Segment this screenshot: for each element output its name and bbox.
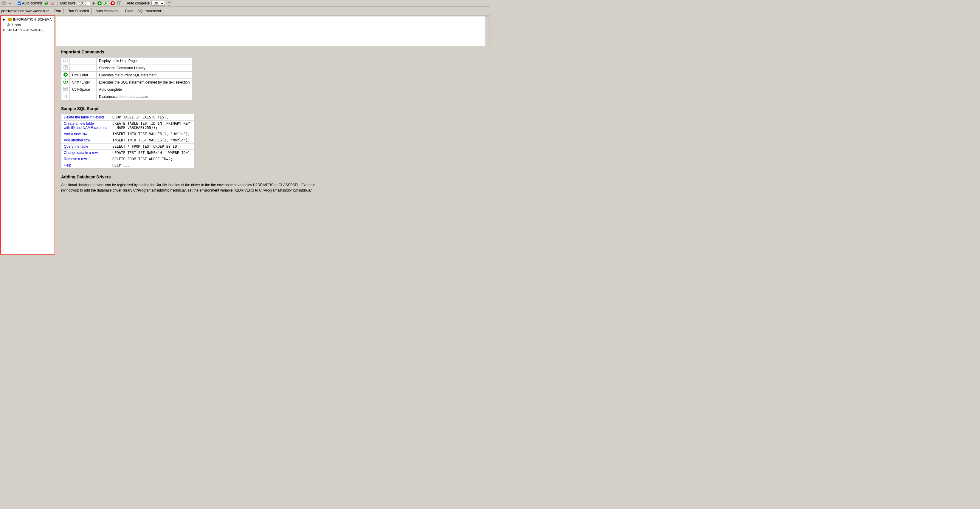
svg-point-6 <box>45 2 48 5</box>
cmd-shortcut-autocomplete: Ctrl+Space <box>70 86 97 93</box>
sample-link-insert1[interactable]: Add a new row <box>61 131 110 137</box>
commands-table: ? Displays this Help Page <box>61 57 192 100</box>
update-link[interactable]: Change data in a row <box>64 151 98 155</box>
drop-link[interactable]: Delete the table if it exists <box>64 115 105 119</box>
run-selected-button[interactable]: Run Selected <box>65 8 92 14</box>
sample-link-delete[interactable]: Remove a row <box>61 156 110 162</box>
import-icon[interactable] <box>117 1 122 6</box>
delete-link[interactable]: Remove a row <box>64 157 87 161</box>
cmd-desc-history: Shows the Command History <box>97 64 192 72</box>
right-panel: Important Commands ? Displays this Help … <box>55 16 490 254</box>
auto-commit-checkbox[interactable] <box>18 2 21 5</box>
sample-row-delete: Remove a row DELETE FROM TEST WHERE ID=2… <box>61 156 195 162</box>
max-rows-input[interactable] <box>78 1 90 5</box>
auto-complete-label: Auto complete <box>127 1 150 5</box>
new-connection-icon[interactable] <box>1 1 6 6</box>
h2-version-label: H2 1.4.185 (2015-01-16) <box>8 28 43 32</box>
svg-rect-29 <box>64 87 68 91</box>
insert1-link[interactable]: Add a new row <box>64 132 88 136</box>
help-icon[interactable]: ? <box>167 1 171 6</box>
cmd-row-autocomplete: Ctrl+Space Auto complete <box>61 86 192 93</box>
editor-scrollbar[interactable] <box>485 16 489 46</box>
important-commands-title: Important Commands <box>61 49 484 54</box>
cmd-icon-autocomplete <box>61 86 70 93</box>
svg-point-2 <box>2 2 3 2</box>
schema-expand-icon: ▶ <box>2 17 6 22</box>
left-panel: ▶ INFORMATION_SCHEMA Users 🗄 <box>0 16 55 254</box>
cmd-desc-run-selected: Executes the SQL statement defined by th… <box>97 79 192 86</box>
sql-editor[interactable] <box>56 16 489 46</box>
sql-sample-table: Delete the table if it exists DROP TABLE… <box>61 114 195 169</box>
sql-editor-area <box>56 16 489 46</box>
sample-code-delete: DELETE FROM TEST WHERE ID=2; <box>110 156 195 162</box>
cmd-icon-run <box>61 72 70 79</box>
auto-complete-button[interactable]: Auto complete <box>93 8 121 14</box>
schema-folder-icon <box>8 17 12 22</box>
commit-icon[interactable] <box>44 1 49 6</box>
tree-item-h2[interactable]: 🗄 H2 1.4.185 (2015-01-16) <box>1 27 54 33</box>
cmd-row-help: ? Displays this Help Page <box>61 57 192 64</box>
separator-1 <box>15 1 15 6</box>
auto-complete-select[interactable]: Off On <box>151 1 165 6</box>
cmd-desc-disconnect: Disconnects from the database <box>97 93 192 100</box>
run-icon[interactable] <box>97 1 102 6</box>
sample-row-create: Create a new table with ID and NAME colu… <box>61 121 195 131</box>
tree-item-users[interactable]: Users <box>1 22 54 27</box>
cmd-row-run: Ctrl+Enter Executes the current SQL stat… <box>61 72 192 79</box>
svg-marker-33 <box>64 95 64 97</box>
sample-code-create: CREATE TABLE TEST(ID INT PRIMARY KEY, NA… <box>110 121 195 131</box>
max-rows-spinner[interactable] <box>92 1 95 6</box>
insert2-link[interactable]: Add another row <box>64 138 90 142</box>
sample-row-select: Query the table SELECT * FROM TEST ORDER… <box>61 144 195 150</box>
rollback-icon[interactable] <box>50 1 55 6</box>
sample-row-insert1: Add a new row INSERT INTO TEST VALUES(1,… <box>61 131 195 137</box>
second-toolbar: jdbc:h2:file:/Users/alexm/IdeaPro Run Ru… <box>0 6 490 16</box>
connection-label: jdbc:h2:file:/Users/alexm/IdeaPro <box>1 9 49 13</box>
sample-row-drop: Delete the table if it exists DROP TABLE… <box>61 114 195 121</box>
svg-point-19 <box>8 23 9 25</box>
separator-3 <box>124 1 124 6</box>
driver-description: Additional database drivers can be regis… <box>61 182 329 193</box>
driver-section: Additional database drivers can be regis… <box>61 182 484 193</box>
help-link[interactable]: Help <box>64 163 71 168</box>
sample-link-drop[interactable]: Delete the table if it exists <box>61 114 110 121</box>
adding-drivers-title: Adding Database Drivers <box>61 174 484 179</box>
sample-code-select: SELECT * FROM TEST ORDER BY ID; <box>110 144 195 150</box>
svg-rect-21 <box>64 65 67 70</box>
sample-code-help: HELP ... <box>110 162 195 169</box>
disconnect-icon[interactable] <box>8 1 13 6</box>
sample-code-insert1: INSERT INTO TEST VALUES(1, 'Hello'); <box>110 131 195 137</box>
create-link[interactable]: Create a new table with ID and NAME colu… <box>64 121 107 130</box>
sample-link-update[interactable]: Change data in a row <box>61 150 110 156</box>
cmd-icon-help: ? <box>61 57 70 64</box>
sql-statement-label: SQL statement: <box>137 9 162 13</box>
sample-link-insert2[interactable]: Add another row <box>61 137 110 144</box>
run-selected-icon[interactable] <box>104 1 108 6</box>
auto-commit-text: Auto commit <box>22 1 42 5</box>
sample-code-insert2: INSERT INTO TEST VALUES(2, 'World'); <box>110 137 195 144</box>
clear-button[interactable]: Clear <box>122 8 136 14</box>
stop-icon[interactable] <box>110 1 115 6</box>
auto-commit-label[interactable]: Auto commit <box>18 1 42 5</box>
cmd-shortcut-history <box>70 64 97 72</box>
cmd-icon-disconnect <box>61 93 70 100</box>
cmd-row-disconnect: Disconnects from the database <box>61 93 192 100</box>
svg-rect-15 <box>112 2 113 4</box>
sample-link-select[interactable]: Query the table <box>61 144 110 150</box>
sample-link-create[interactable]: Create a new table with ID and NAME colu… <box>61 121 110 131</box>
tree-item-information-schema[interactable]: ▶ INFORMATION_SCHEMA <box>1 17 54 22</box>
content-area: Important Commands ? Displays this Help … <box>55 46 490 254</box>
cmd-shortcut-run: Ctrl+Enter <box>70 72 97 79</box>
cmd-desc-run: Executes the current SQL statement <box>97 72 192 79</box>
run-button[interactable]: Run <box>52 8 64 14</box>
svg-marker-18 <box>118 3 120 5</box>
svg-point-3 <box>3 2 3 2</box>
sample-link-help[interactable]: Help <box>61 162 110 169</box>
max-rows-label: Max rows: <box>60 1 76 5</box>
cmd-icon-run-selected <box>61 79 70 86</box>
cmd-shortcut-disconnect <box>70 93 97 100</box>
sample-row-update: Change data in a row UPDATE TEST SET NAM… <box>61 150 195 156</box>
separator-2 <box>57 1 58 6</box>
cmd-shortcut-help <box>70 57 97 64</box>
select-link[interactable]: Query the table <box>64 144 88 148</box>
